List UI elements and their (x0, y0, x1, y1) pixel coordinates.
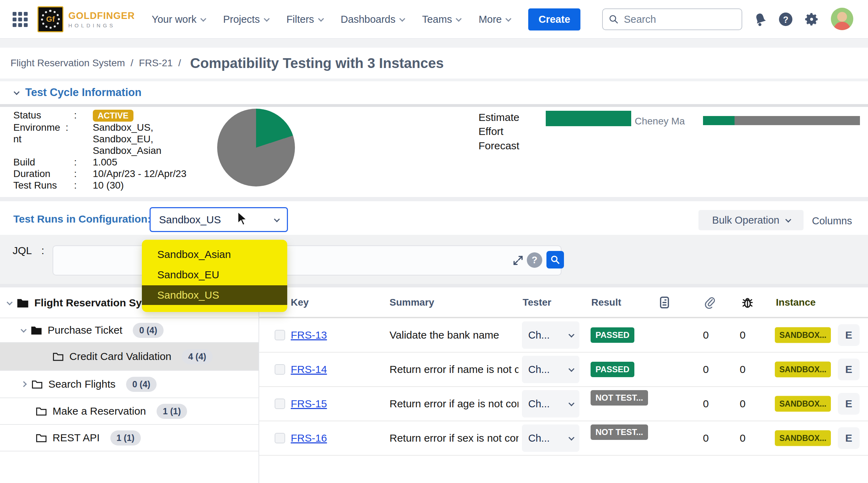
logo-line2: HOLDINGS (68, 22, 135, 28)
tester-select[interactable]: Ch... (522, 356, 579, 383)
expand-icon[interactable] (512, 254, 524, 266)
nav-dashboards[interactable]: Dashboards (341, 14, 404, 25)
settings-gear-icon[interactable] (803, 11, 820, 28)
summary-text: Return error if name is not co (390, 363, 518, 375)
execute-button[interactable]: E (838, 324, 860, 346)
instance-badge: SANDBOX... (775, 430, 831, 446)
run-count-badge: 1 (1) (110, 430, 141, 445)
chevron-down-icon[interactable] (21, 327, 27, 333)
nav-your-work[interactable]: Your work (152, 14, 205, 25)
chevron-down-icon (274, 216, 280, 222)
row-checkbox[interactable] (275, 330, 285, 340)
gap-band (0, 39, 868, 48)
user-avatar[interactable] (831, 8, 853, 30)
summary-text: Validate the bank name (390, 329, 518, 341)
app-switcher-icon[interactable] (13, 12, 28, 27)
table-row: FRS-14 Return error if name is not co Ch… (259, 353, 868, 387)
chevron-right-icon[interactable] (21, 381, 27, 387)
result-badge: NOT TEST... (591, 390, 648, 406)
summary-text: Return error if sex is not corr (390, 432, 518, 444)
configuration-select[interactable]: Sandbox_US (150, 207, 288, 232)
instance-badge: SANDBOX... (775, 362, 831, 377)
nav-teams[interactable]: Teams (422, 14, 460, 25)
gap-band (0, 197, 868, 201)
col-instance[interactable]: Instance (776, 297, 816, 308)
chevron-down-icon (264, 16, 270, 22)
chevron-down-icon (318, 16, 324, 22)
search-icon (550, 254, 560, 265)
effort-label: Effort (478, 125, 503, 137)
result-badge: PASSED (591, 327, 634, 343)
logo[interactable]: Gf GOLDFINGER HOLDINGS (37, 6, 135, 32)
option-sandbox-eu[interactable]: Sandbox_EU (142, 265, 287, 285)
defect-count: 0 (725, 398, 760, 410)
tester-select[interactable]: Ch... (522, 390, 579, 417)
col-tester[interactable]: Tester (523, 297, 551, 308)
defect-count: 0 (725, 329, 760, 341)
attachment-count: 0 (688, 432, 723, 444)
option-sandbox-asian[interactable]: Sandbox_Asian (142, 245, 287, 264)
execute-button[interactable]: E (838, 393, 860, 415)
cycle-info-fields: Status: ACTIVE Environment: Sandbox_US, … (13, 109, 209, 191)
issue-key-link[interactable]: FRS-16 (291, 432, 327, 444)
tree-item-make-a-reservation[interactable]: Make a Reservation 1 (1) (0, 398, 259, 425)
option-sandbox-us[interactable]: Sandbox_US (142, 285, 287, 305)
nav-filters[interactable]: Filters (287, 14, 323, 25)
status-badge: ACTIVE (93, 110, 133, 122)
chevron-down-icon (785, 217, 791, 223)
help-icon[interactable]: ? (777, 11, 794, 28)
col-result[interactable]: Result (591, 297, 621, 308)
estimate-bar (546, 111, 631, 126)
note-icon[interactable] (658, 295, 671, 309)
svg-text:?: ? (783, 15, 788, 25)
nav-more[interactable]: More (478, 14, 510, 25)
col-summary[interactable]: Summary (390, 297, 434, 308)
table-row: FRS-16 Return error if sex is not corr C… (259, 421, 868, 456)
issue-key-link[interactable]: FRS-15 (291, 398, 327, 409)
global-search[interactable] (602, 8, 742, 30)
chevron-down-icon (200, 16, 206, 22)
breadcrumb-issue-link[interactable]: FRS-21 (139, 57, 173, 69)
row-checkbox[interactable] (275, 399, 285, 409)
instance-badge: SANDBOX... (775, 327, 831, 343)
tree-item-purchase-ticket[interactable]: Purchase Ticket 0 (4) (0, 318, 259, 343)
execute-button[interactable]: E (838, 359, 860, 380)
test-cycle-information-section[interactable]: Test Cycle Information (14, 86, 142, 99)
execute-button[interactable]: E (838, 427, 860, 449)
search-input[interactable] (624, 14, 722, 25)
row-checkbox[interactable] (275, 364, 285, 375)
create-button[interactable]: Create (528, 8, 580, 30)
field-duration: Duration: 10/Apr/23 - 12/Apr/23 (13, 168, 209, 179)
jql-colon: : (41, 245, 44, 257)
test-tree-panel: Flight Reservation System Purchase Ticke… (0, 288, 259, 483)
tree-item-credit-card-validation[interactable]: Credit Card Validation 4 (4) (0, 343, 259, 371)
jql-search-button[interactable] (546, 251, 564, 268)
issue-key-link[interactable]: FRS-13 (291, 329, 327, 341)
tester-select[interactable]: Ch... (522, 321, 579, 349)
jql-input-wrap: ? (53, 245, 562, 275)
defect-bug-icon[interactable] (741, 295, 754, 309)
tree-item-rest-api[interactable]: REST API 1 (1) (0, 425, 259, 451)
attachment-count: 0 (688, 329, 723, 341)
tree-item-search-flights[interactable]: Search Flights 0 (4) (0, 371, 259, 398)
instance-badge: SANDBOX... (775, 396, 831, 412)
columns-button[interactable]: Columns (812, 215, 852, 227)
col-key[interactable]: Key (291, 297, 309, 308)
breadcrumb-project-link[interactable]: Flight Reservation System (11, 57, 125, 69)
folder-icon (31, 326, 42, 335)
run-count-badge: 1 (1) (157, 404, 187, 419)
nav-projects[interactable]: Projects (223, 14, 268, 25)
divider (0, 284, 868, 287)
attachment-icon[interactable] (703, 295, 716, 309)
jql-help-icon[interactable]: ? (527, 252, 542, 268)
chevron-down-icon (14, 89, 20, 95)
folder-outline-icon (32, 380, 43, 389)
issue-key-link[interactable]: FRS-14 (291, 363, 327, 375)
tester-select[interactable]: Ch... (522, 424, 579, 452)
row-checkbox[interactable] (275, 433, 285, 443)
folder-outline-icon (53, 352, 64, 361)
bulk-operation-button[interactable]: Bulk Operation (698, 210, 804, 230)
chevron-down-icon[interactable] (7, 299, 13, 305)
notifications-bell-icon[interactable] (752, 11, 769, 28)
logo-line1: GOLDFINGER (68, 11, 135, 21)
